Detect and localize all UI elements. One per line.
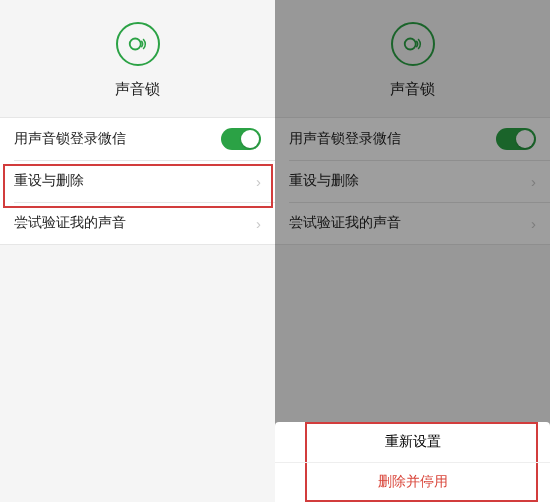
hero: 声音锁 xyxy=(0,0,275,117)
page-title: 声音锁 xyxy=(115,80,160,99)
sheet-option-reset[interactable]: 重新设置 xyxy=(275,422,550,462)
chevron-right-icon: › xyxy=(256,215,261,232)
row-login-with-voice[interactable]: 用声音锁登录微信 xyxy=(0,118,275,160)
svg-point-0 xyxy=(129,39,140,50)
settings-list: 用声音锁登录微信 重设与删除 › 尝试验证我的声音 › xyxy=(0,117,275,245)
row-label: 尝试验证我的声音 xyxy=(14,214,126,232)
row-label: 重设与删除 xyxy=(14,172,84,190)
row-reset-delete[interactable]: 重设与删除 › xyxy=(0,160,275,202)
left-screenshot: 声音锁 用声音锁登录微信 重设与删除 › 尝试验证我的声音 › xyxy=(0,0,275,502)
sheet-label: 重新设置 xyxy=(385,433,441,451)
row-verify-voice[interactable]: 尝试验证我的声音 › xyxy=(0,202,275,244)
chevron-right-icon: › xyxy=(256,173,261,190)
toggle-on-icon[interactable] xyxy=(221,128,261,150)
sheet-option-delete[interactable]: 删除并停用 xyxy=(275,462,550,502)
sheet-label: 删除并停用 xyxy=(378,473,448,491)
row-label: 用声音锁登录微信 xyxy=(14,130,126,148)
voice-lock-icon xyxy=(116,22,160,66)
right-screenshot: 声音锁 用声音锁登录微信 重设与删除 › 尝试验证我的声音 › 重新设置 删除并… xyxy=(275,0,550,502)
action-sheet: 重新设置 删除并停用 xyxy=(275,422,550,502)
